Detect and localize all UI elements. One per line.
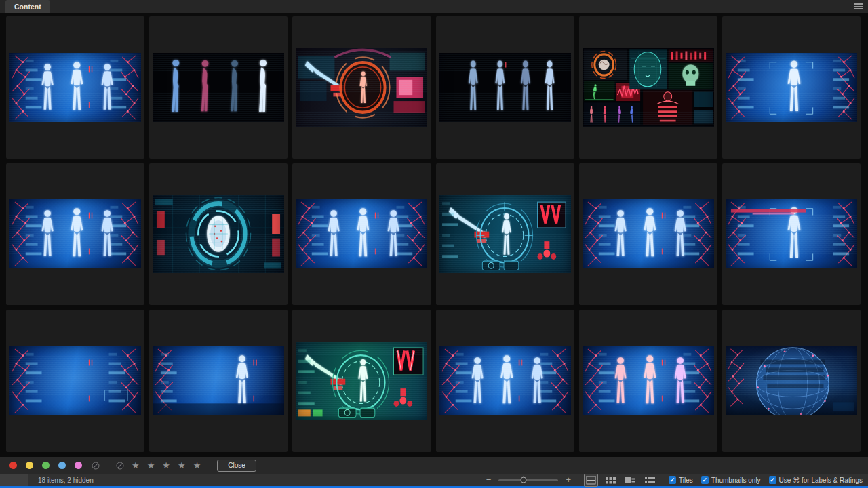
tiles-checkbox[interactable]: ✓Tiles bbox=[669, 476, 693, 484]
tiles-checkbox-box[interactable]: ✓ bbox=[669, 476, 676, 484]
view-mode-buttons bbox=[584, 474, 657, 487]
grid-tile[interactable] bbox=[6, 16, 144, 159]
grid-tile[interactable] bbox=[436, 16, 574, 159]
grid-tile[interactable] bbox=[436, 163, 574, 306]
thumbnail-profiles-black-4 bbox=[153, 53, 284, 122]
label-blue-dot[interactable] bbox=[58, 462, 66, 469]
use-cmd-checkbox[interactable]: ✓Use ⌘ for Labels & Ratings bbox=[769, 476, 863, 484]
zoom-out-button[interactable]: − bbox=[485, 476, 493, 483]
thumbnail-hud-ring-organ bbox=[153, 195, 284, 273]
grid-tile[interactable] bbox=[722, 310, 861, 452]
view-controls: −+✓Tiles✓Thumbnails only✓Use ⌘ for Label… bbox=[485, 474, 868, 487]
label-green-dot[interactable] bbox=[42, 462, 50, 469]
bridge-content-window: Content ★★★★★Close 18 items, 2 hidden −+… bbox=[0, 0, 868, 488]
no-label-icon[interactable] bbox=[91, 461, 100, 470]
thumbnail-size-slider[interactable] bbox=[498, 479, 558, 481]
zoom-in-button[interactable]: + bbox=[564, 476, 572, 483]
thumbnail-figure-glitch bbox=[726, 199, 857, 268]
thumbnail-hud-green bbox=[296, 342, 427, 420]
thumbnail-empty-blue bbox=[9, 346, 141, 415]
grid-tile[interactable] bbox=[579, 163, 717, 306]
top-bar: Content bbox=[0, 0, 868, 13]
thumbnail-figures-blue-3 bbox=[9, 199, 141, 268]
grid-view-button[interactable] bbox=[584, 474, 598, 487]
label-rating-toolbar: ★★★★★Close bbox=[0, 457, 868, 474]
thumbnail-hud-blue bbox=[439, 195, 571, 273]
thumbnail-figures-blue-3 bbox=[583, 199, 714, 268]
thumbnail-figures-red-3 bbox=[583, 346, 714, 415]
status-left-block bbox=[0, 474, 28, 486]
grid-tile[interactable] bbox=[579, 310, 717, 452]
grid-tile[interactable] bbox=[579, 16, 717, 159]
grid-tile[interactable] bbox=[292, 16, 431, 159]
thumbnail-multi-panel bbox=[583, 48, 714, 127]
items-count-text: 18 items, 2 hidden bbox=[38, 476, 94, 484]
list-view-button[interactable] bbox=[643, 474, 657, 487]
label-pink-dot[interactable] bbox=[75, 462, 82, 469]
rating-star-icon[interactable]: ★ bbox=[193, 461, 201, 470]
thumbnails-only-checkbox-label: Thumbnails only bbox=[711, 476, 761, 484]
grid-tile[interactable] bbox=[722, 16, 861, 159]
rating-star-icon[interactable]: ★ bbox=[132, 461, 140, 470]
close-button[interactable]: Close bbox=[217, 460, 256, 472]
grid-tile[interactable] bbox=[436, 310, 574, 452]
grid-tile[interactable] bbox=[149, 310, 288, 452]
thumbnails-only-checkbox[interactable]: ✓Thumbnails only bbox=[701, 476, 761, 484]
rating-star-icon[interactable]: ★ bbox=[162, 461, 170, 470]
option-checkboxes: ✓Tiles✓Thumbnails only✓Use ⌘ for Labels … bbox=[669, 476, 863, 484]
tab-content[interactable]: Content bbox=[5, 0, 50, 13]
use-cmd-checkbox-box[interactable]: ✓ bbox=[769, 476, 776, 484]
thumbnail-figures-blue-3 bbox=[439, 346, 571, 415]
use-cmd-checkbox-label: Use ⌘ for Labels & Ratings bbox=[779, 476, 863, 484]
panel-menu-icon[interactable] bbox=[854, 3, 863, 9]
details-view-button[interactable] bbox=[623, 474, 637, 487]
slider-thumb[interactable] bbox=[521, 477, 527, 483]
grid-tile[interactable] bbox=[6, 310, 144, 452]
grid-tile[interactable] bbox=[149, 16, 288, 159]
label-red-dot[interactable] bbox=[9, 462, 17, 469]
grid-tile[interactable] bbox=[149, 163, 288, 306]
grid-tile[interactable] bbox=[722, 163, 861, 306]
thumbnail-figures-blue-3 bbox=[9, 53, 141, 122]
thumbnail-sphere-plexus bbox=[726, 346, 857, 415]
thumbnail-figures-blue-3 bbox=[296, 199, 427, 268]
thumbnails-only-checkbox-box[interactable]: ✓ bbox=[701, 476, 709, 484]
thumbnail-figure-blue-single bbox=[726, 53, 857, 122]
rating-star-icon[interactable]: ★ bbox=[147, 461, 155, 470]
rating-star-icon[interactable]: ★ bbox=[178, 461, 186, 470]
grid-tile[interactable] bbox=[6, 163, 144, 306]
tiles-checkbox-label: Tiles bbox=[679, 476, 693, 484]
thumbnail-figure-blue-offset bbox=[153, 346, 284, 415]
content-grid bbox=[0, 13, 868, 457]
thumbnail-figures-dark-4 bbox=[439, 53, 571, 122]
no-rating-icon[interactable] bbox=[115, 461, 125, 470]
status-bar: 18 items, 2 hidden −+✓Tiles✓Thumbnails o… bbox=[0, 474, 868, 486]
label-yellow-dot[interactable] bbox=[26, 462, 33, 469]
thumbnail-hud-red bbox=[296, 48, 427, 127]
grid-tile[interactable] bbox=[292, 310, 431, 452]
grid-tile[interactable] bbox=[292, 163, 431, 306]
thumbnail-view-button[interactable] bbox=[604, 474, 618, 487]
